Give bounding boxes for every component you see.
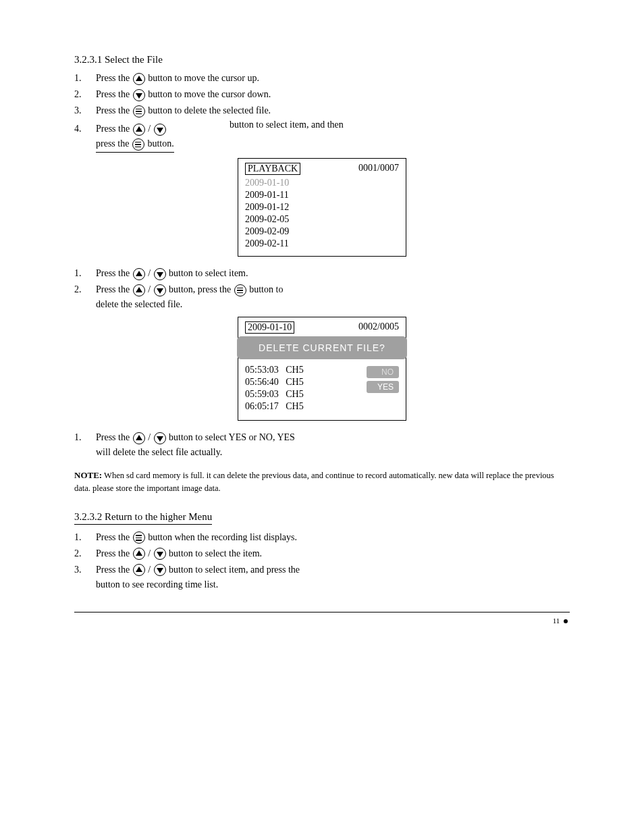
playback-title: PLAYBACK: [245, 163, 300, 175]
arrow-down-icon: [154, 124, 166, 136]
menu-icon: [133, 531, 145, 544]
step-row: 3. Press the button to delete the select…: [74, 103, 570, 118]
text: button, press the: [169, 284, 234, 294]
dialog-date: 2009-01-10: [245, 321, 294, 334]
menu-icon: [234, 284, 246, 296]
text: button to select item, and press the: [169, 565, 300, 575]
step-text: Press the / button, press the button to: [96, 282, 570, 296]
step-row: 2. Press the / button to select the item…: [74, 546, 570, 561]
text: Press the: [96, 432, 132, 442]
arrow-down-icon: [154, 432, 166, 444]
arrow-down-icon: [154, 548, 166, 560]
playback-list: 2009-01-10 2009-01-11 2009-01-12 2009-02…: [245, 178, 399, 249]
text: /: [148, 432, 151, 442]
step-num: 1.: [74, 530, 96, 544]
step-num: 1.: [74, 266, 96, 280]
text: /: [148, 124, 151, 134]
list-item[interactable]: 05:59:03 CH5: [245, 389, 304, 400]
arrow-up-icon: [133, 564, 145, 576]
text: Press the: [96, 565, 132, 575]
step-text: Press the / button to select item, and p…: [96, 563, 570, 577]
list-item[interactable]: 2009-02-11: [245, 238, 399, 249]
page-number: 11: [553, 617, 560, 625]
step-row: press the button.: [74, 136, 570, 153]
arrow-up-icon: [133, 73, 145, 85]
list-item[interactable]: 2009-01-11: [245, 190, 399, 201]
note-title: NOTE:: [74, 470, 102, 480]
step-text-cont: button to select item, and then: [230, 120, 570, 130]
list-item[interactable]: 2009-02-05: [245, 214, 399, 225]
list-item[interactable]: 05:53:03 CH5: [245, 365, 304, 375]
text: /: [148, 548, 151, 558]
list-item[interactable]: 2009-01-10: [245, 178, 399, 188]
step-row: 2. Press the / button, press the button …: [74, 282, 570, 296]
step-row: 1. Press the button when the recording l…: [74, 530, 570, 544]
step-text: delete the selected file.: [96, 297, 570, 311]
step-num: 2.: [74, 87, 96, 101]
arrow-down-icon: [133, 89, 145, 101]
menu-icon: [132, 138, 144, 151]
step-text: will delete the select file actually.: [96, 445, 570, 459]
text: Press the: [96, 284, 132, 294]
step-text: Press the /: [96, 122, 216, 136]
step-row: 4. Press the /: [74, 122, 216, 136]
list-item[interactable]: 06:05:17 CH5: [245, 401, 304, 412]
step-text: Press the button to move the cursor down…: [96, 87, 570, 101]
dialog-counter: 0002/0005: [358, 321, 399, 334]
playback-counter: 0001/0007: [358, 163, 399, 175]
page-footer: 11: [74, 617, 570, 625]
step-row: will delete the select file actually.: [74, 445, 570, 459]
step-num: 1.: [74, 71, 96, 85]
step-text: Press the / button to select the item.: [96, 546, 570, 561]
step-text: Press the button to move the cursor up.: [96, 71, 570, 85]
text: Press the: [96, 89, 132, 99]
bullet-icon: [564, 619, 568, 623]
arrow-up-icon: [133, 284, 145, 296]
arrow-up-icon: [133, 124, 145, 136]
arrow-up-icon: [133, 268, 145, 280]
text: Press the: [96, 532, 132, 542]
list-item[interactable]: 2009-01-12: [245, 202, 399, 213]
step-num: 1.: [74, 430, 96, 444]
section-title: 3.2.3.1 Select the File: [74, 54, 570, 66]
text: /: [148, 268, 151, 278]
arrow-down-icon: [154, 284, 166, 296]
list-item[interactable]: 05:56:40 CH5: [245, 377, 304, 388]
step-num: 2.: [74, 546, 96, 561]
text: /: [148, 565, 151, 575]
text: Press the: [96, 548, 132, 558]
no-button[interactable]: NO: [367, 366, 399, 378]
step-row: 1. Press the / button to select item.: [74, 266, 570, 280]
step-row: button to see recording time list.: [74, 577, 570, 592]
arrow-down-icon: [154, 564, 166, 576]
text: Press the: [96, 73, 132, 83]
text: press the: [96, 138, 132, 149]
step-num: 3.: [74, 103, 96, 118]
text: button to delete the selected file.: [148, 105, 271, 115]
step-row: delete the selected file.: [74, 297, 570, 311]
text: button to select item, and then: [230, 120, 344, 130]
dialog-prompt: DELETE CURRENT FILE?: [237, 336, 407, 359]
step-text: press the button.: [96, 136, 570, 153]
step-text: Press the button when the recording list…: [96, 530, 570, 544]
underlined-text: press the button.: [96, 136, 174, 153]
yes-button[interactable]: YES: [367, 381, 399, 393]
step-num: 2.: [74, 282, 96, 296]
text: Press the: [96, 124, 132, 134]
arrow-down-icon: [154, 268, 166, 280]
list-item[interactable]: 2009-02-09: [245, 226, 399, 237]
section-title: 3.2.3.2 Return to the higher Menu: [74, 511, 570, 525]
text: button to: [249, 284, 283, 294]
menu-icon: [133, 105, 145, 118]
time-list: 05:53:03 CH5 05:56:40 CH5 05:59:03 CH5 0…: [245, 363, 304, 413]
text: button to select YES or NO, YES: [169, 432, 295, 442]
text: button to select item.: [169, 268, 248, 278]
text: button when the recording list displays.: [148, 532, 297, 542]
step-text: Press the button to delete the selected …: [96, 103, 570, 118]
arrow-up-icon: [133, 548, 145, 560]
note-body: When sd card memory is full. it can dele…: [74, 471, 554, 493]
text: button.: [147, 138, 173, 149]
playback-screen: PLAYBACK 0001/0007 2009-01-10 2009-01-11…: [238, 158, 406, 257]
step-text: button to see recording time list.: [96, 577, 570, 592]
step-num: 3.: [74, 563, 96, 577]
